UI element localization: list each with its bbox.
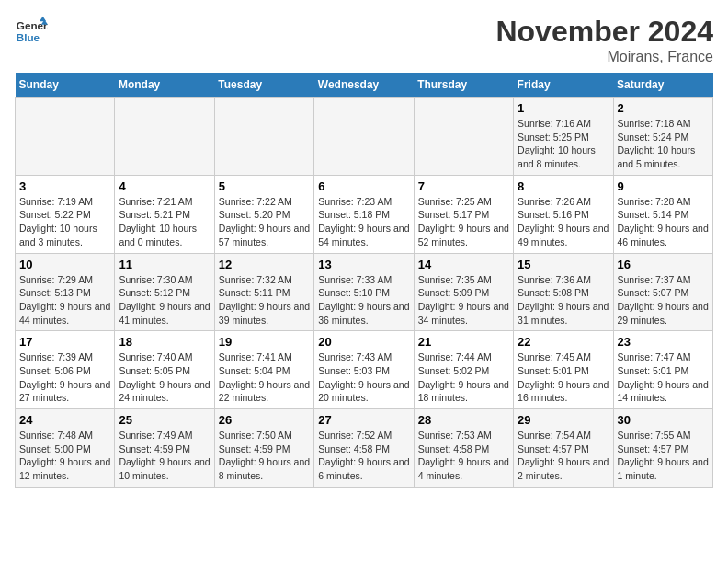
logo: General Blue bbox=[15, 15, 48, 48]
calendar-cell: 7Sunrise: 7:25 AM Sunset: 5:17 PM Daylig… bbox=[414, 175, 513, 253]
day-number: 13 bbox=[318, 258, 409, 271]
calendar-cell: 2Sunrise: 7:18 AM Sunset: 5:24 PM Daylig… bbox=[613, 98, 712, 176]
calendar-cell: 28Sunrise: 7:53 AM Sunset: 4:58 PM Dayli… bbox=[414, 409, 513, 488]
day-number: 6 bbox=[318, 179, 409, 193]
day-info: Sunrise: 7:49 AM Sunset: 4:59 PM Dayligh… bbox=[119, 429, 210, 483]
day-info: Sunrise: 7:50 AM Sunset: 4:59 PM Dayligh… bbox=[219, 429, 310, 483]
day-info: Sunrise: 7:41 AM Sunset: 5:04 PM Dayligh… bbox=[219, 350, 310, 405]
day-info: Sunrise: 7:35 AM Sunset: 5:09 PM Dayligh… bbox=[418, 273, 509, 327]
calendar-cell: 21Sunrise: 7:44 AM Sunset: 5:02 PM Dayli… bbox=[414, 331, 513, 409]
day-number: 14 bbox=[418, 258, 509, 271]
calendar-cell: 25Sunrise: 7:49 AM Sunset: 4:59 PM Dayli… bbox=[115, 409, 214, 488]
weekday-header-friday: Friday bbox=[514, 73, 613, 98]
calendar-cell: 11Sunrise: 7:30 AM Sunset: 5:12 PM Dayli… bbox=[115, 253, 214, 331]
day-number: 16 bbox=[618, 258, 709, 271]
day-info: Sunrise: 7:43 AM Sunset: 5:03 PM Dayligh… bbox=[318, 350, 409, 405]
day-number: 26 bbox=[219, 413, 310, 427]
calendar-cell: 22Sunrise: 7:45 AM Sunset: 5:01 PM Dayli… bbox=[514, 331, 613, 409]
calendar-body: 1Sunrise: 7:16 AM Sunset: 5:25 PM Daylig… bbox=[16, 98, 713, 488]
day-info: Sunrise: 7:28 AM Sunset: 5:14 PM Dayligh… bbox=[618, 195, 709, 249]
weekday-header-wednesday: Wednesday bbox=[314, 73, 414, 98]
svg-text:Blue: Blue bbox=[17, 31, 40, 43]
calendar-week-3: 10Sunrise: 7:29 AM Sunset: 5:13 PM Dayli… bbox=[16, 253, 713, 331]
calendar-table: SundayMondayTuesdayWednesdayThursdayFrid… bbox=[15, 73, 713, 488]
calendar-cell: 9Sunrise: 7:28 AM Sunset: 5:14 PM Daylig… bbox=[613, 175, 712, 253]
calendar-cell: 16Sunrise: 7:37 AM Sunset: 5:07 PM Dayli… bbox=[613, 253, 712, 331]
day-number: 2 bbox=[618, 101, 709, 115]
calendar-cell: 15Sunrise: 7:36 AM Sunset: 5:08 PM Dayli… bbox=[514, 253, 613, 331]
day-number: 10 bbox=[19, 258, 110, 271]
calendar-week-4: 17Sunrise: 7:39 AM Sunset: 5:06 PM Dayli… bbox=[16, 331, 713, 409]
day-number: 25 bbox=[119, 413, 210, 427]
calendar-week-5: 24Sunrise: 7:48 AM Sunset: 5:00 PM Dayli… bbox=[16, 409, 713, 488]
weekday-header-saturday: Saturday bbox=[613, 73, 712, 98]
calendar-cell: 4Sunrise: 7:21 AM Sunset: 5:21 PM Daylig… bbox=[115, 175, 214, 253]
weekday-header-thursday: Thursday bbox=[414, 73, 513, 98]
calendar-cell: 27Sunrise: 7:52 AM Sunset: 4:58 PM Dayli… bbox=[314, 409, 414, 488]
day-info: Sunrise: 7:47 AM Sunset: 5:01 PM Dayligh… bbox=[618, 350, 709, 405]
day-info: Sunrise: 7:18 AM Sunset: 5:24 PM Dayligh… bbox=[618, 117, 709, 171]
calendar-cell: 17Sunrise: 7:39 AM Sunset: 5:06 PM Dayli… bbox=[16, 331, 115, 409]
month-title: November 2024 bbox=[495, 15, 713, 49]
day-number: 24 bbox=[19, 413, 110, 427]
day-number: 21 bbox=[418, 335, 509, 349]
day-info: Sunrise: 7:53 AM Sunset: 4:58 PM Dayligh… bbox=[418, 429, 509, 483]
calendar-cell: 26Sunrise: 7:50 AM Sunset: 4:59 PM Dayli… bbox=[214, 409, 313, 488]
calendar-cell: 18Sunrise: 7:40 AM Sunset: 5:05 PM Dayli… bbox=[115, 331, 214, 409]
day-info: Sunrise: 7:32 AM Sunset: 5:11 PM Dayligh… bbox=[219, 273, 310, 327]
day-info: Sunrise: 7:40 AM Sunset: 5:05 PM Dayligh… bbox=[119, 350, 210, 405]
day-number: 20 bbox=[318, 335, 409, 349]
day-info: Sunrise: 7:33 AM Sunset: 5:10 PM Dayligh… bbox=[318, 273, 409, 327]
day-number: 17 bbox=[19, 335, 110, 349]
calendar-cell: 5Sunrise: 7:22 AM Sunset: 5:20 PM Daylig… bbox=[214, 175, 313, 253]
page-header: General Blue November 2024 Moirans, Fran… bbox=[15, 15, 713, 65]
calendar-cell: 19Sunrise: 7:41 AM Sunset: 5:04 PM Dayli… bbox=[214, 331, 313, 409]
calendar-cell: 6Sunrise: 7:23 AM Sunset: 5:18 PM Daylig… bbox=[314, 175, 414, 253]
day-info: Sunrise: 7:39 AM Sunset: 5:06 PM Dayligh… bbox=[19, 350, 110, 405]
day-number: 22 bbox=[518, 335, 609, 349]
calendar-cell bbox=[314, 98, 414, 176]
weekday-header-monday: Monday bbox=[115, 73, 214, 98]
day-info: Sunrise: 7:52 AM Sunset: 4:58 PM Dayligh… bbox=[318, 429, 409, 483]
day-number: 23 bbox=[618, 335, 709, 349]
calendar-cell: 3Sunrise: 7:19 AM Sunset: 5:22 PM Daylig… bbox=[16, 175, 115, 253]
day-info: Sunrise: 7:26 AM Sunset: 5:16 PM Dayligh… bbox=[518, 195, 609, 249]
day-info: Sunrise: 7:19 AM Sunset: 5:22 PM Dayligh… bbox=[19, 195, 110, 249]
calendar-cell: 12Sunrise: 7:32 AM Sunset: 5:11 PM Dayli… bbox=[214, 253, 313, 331]
day-number: 3 bbox=[19, 179, 110, 193]
day-info: Sunrise: 7:54 AM Sunset: 4:57 PM Dayligh… bbox=[518, 429, 609, 483]
day-number: 28 bbox=[418, 413, 509, 427]
calendar-week-2: 3Sunrise: 7:19 AM Sunset: 5:22 PM Daylig… bbox=[16, 175, 713, 253]
day-info: Sunrise: 7:48 AM Sunset: 5:00 PM Dayligh… bbox=[19, 429, 110, 483]
day-info: Sunrise: 7:16 AM Sunset: 5:25 PM Dayligh… bbox=[518, 117, 609, 171]
day-number: 29 bbox=[518, 413, 609, 427]
day-info: Sunrise: 7:21 AM Sunset: 5:21 PM Dayligh… bbox=[119, 195, 210, 249]
calendar-cell: 1Sunrise: 7:16 AM Sunset: 5:25 PM Daylig… bbox=[514, 98, 613, 176]
weekday-header-tuesday: Tuesday bbox=[214, 73, 313, 98]
day-number: 12 bbox=[219, 258, 310, 271]
location-title: Moirans, France bbox=[495, 49, 713, 65]
day-info: Sunrise: 7:44 AM Sunset: 5:02 PM Dayligh… bbox=[418, 350, 509, 405]
day-number: 11 bbox=[119, 258, 210, 271]
day-info: Sunrise: 7:36 AM Sunset: 5:08 PM Dayligh… bbox=[518, 273, 609, 327]
day-info: Sunrise: 7:45 AM Sunset: 5:01 PM Dayligh… bbox=[518, 350, 609, 405]
weekday-header-row: SundayMondayTuesdayWednesdayThursdayFrid… bbox=[16, 73, 713, 98]
day-number: 1 bbox=[518, 101, 609, 115]
day-number: 8 bbox=[518, 179, 609, 193]
day-number: 15 bbox=[518, 258, 609, 271]
day-number: 9 bbox=[618, 179, 709, 193]
day-info: Sunrise: 7:29 AM Sunset: 5:13 PM Dayligh… bbox=[19, 273, 110, 327]
day-info: Sunrise: 7:25 AM Sunset: 5:17 PM Dayligh… bbox=[418, 195, 509, 249]
day-info: Sunrise: 7:55 AM Sunset: 4:57 PM Dayligh… bbox=[618, 429, 709, 483]
calendar-cell bbox=[414, 98, 513, 176]
calendar-header: SundayMondayTuesdayWednesdayThursdayFrid… bbox=[16, 73, 713, 98]
calendar-cell bbox=[115, 98, 214, 176]
calendar-cell: 14Sunrise: 7:35 AM Sunset: 5:09 PM Dayli… bbox=[414, 253, 513, 331]
day-info: Sunrise: 7:22 AM Sunset: 5:20 PM Dayligh… bbox=[219, 195, 310, 249]
calendar-cell bbox=[214, 98, 313, 176]
day-number: 5 bbox=[219, 179, 310, 193]
day-info: Sunrise: 7:30 AM Sunset: 5:12 PM Dayligh… bbox=[119, 273, 210, 327]
calendar-cell: 20Sunrise: 7:43 AM Sunset: 5:03 PM Dayli… bbox=[314, 331, 414, 409]
calendar-cell: 13Sunrise: 7:33 AM Sunset: 5:10 PM Dayli… bbox=[314, 253, 414, 331]
calendar-week-1: 1Sunrise: 7:16 AM Sunset: 5:25 PM Daylig… bbox=[16, 98, 713, 176]
